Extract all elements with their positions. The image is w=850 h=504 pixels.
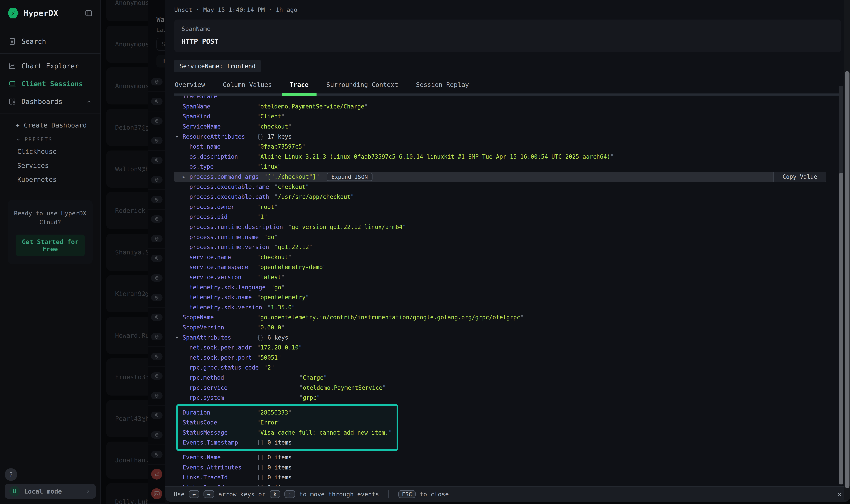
arrow-right-key[interactable]: → (203, 490, 214, 498)
trace-row[interactable]: host.name"0faab73597c5" (174, 142, 826, 152)
sidebar: ⚡ HyperDX Search Chart Explorer Client S… (0, 0, 101, 504)
chevron-up-icon (86, 98, 92, 105)
trace-row[interactable]: telemetry.sdk.name"opentelemetry" (174, 292, 826, 302)
tab-column-values[interactable]: Column Values (223, 81, 272, 93)
caret-down-icon[interactable]: ▼ (176, 335, 183, 340)
esc-key[interactable]: ESC (398, 490, 416, 498)
account-menu[interactable]: U Local mode (5, 484, 96, 499)
trace-row[interactable]: ▶process.command_args"["./checkout"]"Exp… (174, 172, 826, 182)
trace-row[interactable]: StatusCode"Error" (178, 417, 397, 428)
trace-row[interactable]: service.name"checkout" (174, 252, 826, 262)
attribute-value: "1" (257, 214, 267, 220)
trace-row[interactable]: rpc.service"oteldemo.PaymentService" (174, 383, 826, 393)
attribute-value: "2" (264, 364, 274, 371)
tab-surrounding-context[interactable]: Surrounding Context (326, 81, 398, 93)
trace-row[interactable]: rpc.method"Charge" (174, 373, 826, 383)
trace-row[interactable]: process.pid"1" (174, 212, 826, 222)
trace-row[interactable]: SpanName"oteldemo.PaymentService/Charge" (174, 102, 826, 112)
trace-row[interactable]: process.owner"root" (174, 202, 826, 212)
laptop-icon (8, 80, 16, 88)
trace-row[interactable]: Events.Name[]0 items (174, 452, 826, 463)
attribute-value: "go" (271, 284, 285, 291)
trace-row[interactable]: Duration"28656333" (178, 408, 397, 417)
trace-row[interactable]: service.namespace"opentelemetry-demo" (174, 262, 826, 272)
trace-row[interactable]: process.runtime.version"go1.22.12" (174, 242, 826, 252)
get-started-button[interactable]: Get Started for Free (16, 235, 85, 256)
attribute-key: Events.Name (183, 454, 252, 461)
modal-scrollbar-thumb[interactable] (845, 71, 849, 488)
trace-row[interactable]: Events.Attributes[]0 items (174, 462, 826, 472)
trace-row[interactable]: service.version"latest" (174, 272, 826, 282)
attribute-key: SpanKind (183, 113, 252, 120)
attribute-value: "go1.22.12" (274, 244, 312, 250)
tab-overview[interactable]: Overview (175, 81, 205, 93)
sidebar-item-label: Search (21, 37, 46, 46)
trace-row[interactable]: ServiceName"checkout" (174, 122, 826, 132)
attribute-value: "checkout" (257, 123, 292, 130)
k-key[interactable]: k (270, 490, 280, 498)
sidebar-item-search[interactable]: Search (0, 33, 101, 50)
attribute-key: net.sock.peer.addr (189, 344, 252, 351)
trace-row[interactable]: rpc.system"grpc" (174, 393, 826, 403)
trace-row[interactable]: process.executable.path"/usr/src/app/che… (174, 192, 826, 202)
attribute-key: StatusMessage (183, 429, 252, 436)
chart-icon (8, 62, 16, 70)
attribute-value: "28656333" (257, 409, 292, 416)
sidebar-item-dashboards[interactable]: Dashboards (0, 93, 101, 110)
cloud-promo-card: Ready to use HyperDX Cloud? Get Started … (8, 200, 93, 264)
trace-row[interactable]: rpc.grpc.status_code"2" (174, 363, 826, 373)
trace-row[interactable]: Links.SpanId[]0 items (174, 483, 826, 486)
attribute-key: process.command_args (189, 173, 259, 180)
sidebar-item-chart-explorer[interactable]: Chart Explorer (0, 57, 101, 75)
trace-row[interactable]: Links.TraceId[]0 items (174, 472, 826, 483)
attribute-meta: []0 items (257, 474, 292, 481)
sidebar-item-client-sessions[interactable]: Client Sessions (0, 75, 101, 93)
trace-row[interactable]: ▼ResourceAttributes{}17 keys (174, 131, 826, 142)
sidebar-preset-item[interactable]: Clickhouse (0, 145, 101, 159)
plus-icon: + (16, 121, 20, 129)
trace-row[interactable]: SpanKind"Client" (174, 111, 826, 122)
trace-row[interactable]: Events.Timestamp[]0 items (178, 437, 397, 448)
trace-row[interactable]: os.type"linux" (174, 162, 826, 172)
tab-session-replay[interactable]: Session Replay (416, 81, 469, 93)
trace-row[interactable]: os.description"Alpine Linux 3.21.3 (Linu… (174, 152, 826, 162)
trace-scrollbar-thumb[interactable] (839, 173, 843, 484)
trace-row[interactable]: process.runtime.name"go" (174, 232, 826, 242)
copy-value-button[interactable]: Copy Value (773, 172, 826, 182)
attribute-key: process.runtime.description (189, 223, 283, 230)
j-key[interactable]: j (285, 490, 295, 498)
trace-row[interactable]: ▼SpanAttributes{}6 keys (174, 332, 826, 343)
attribute-key: telemetry.sdk.version (189, 304, 262, 311)
attribute-value: "opentelemetry" (257, 294, 309, 301)
create-dashboard-button[interactable]: + Create Dashboard (0, 117, 101, 132)
trace-row[interactable]: net.sock.peer.addr"172.28.0.10" (174, 343, 826, 353)
caret-right-icon[interactable]: ▶ (183, 175, 189, 179)
cloud-promo-line2: Cloud? (12, 218, 88, 227)
trace-row[interactable]: ScopeName"go.opentelemetry.io/contrib/in… (174, 312, 826, 322)
expand-json-button[interactable]: Expand JSON (327, 173, 373, 181)
help-button[interactable]: ? (5, 468, 17, 481)
arrow-left-key[interactable]: ← (189, 490, 199, 498)
span-name-value: HTTP POST (182, 37, 834, 46)
trace-row[interactable]: process.executable.name"checkout" (174, 182, 826, 192)
sidebar-preset-item[interactable]: Kubernetes (0, 173, 101, 186)
close-icon[interactable]: ✕ (837, 490, 842, 499)
sidebar-collapse-icon[interactable] (84, 9, 93, 17)
trace-row[interactable]: telemetry.sdk.language"go" (174, 282, 826, 292)
trace-row[interactable]: process.runtime.description"go version g… (174, 222, 826, 232)
caret-down-icon[interactable]: ▼ (176, 134, 183, 139)
sidebar-preset-item[interactable]: Services (0, 159, 101, 173)
trace-row[interactable]: net.sock.peer.port"50051" (174, 353, 826, 363)
trace-row[interactable]: TraceState (174, 95, 826, 102)
tab-trace[interactable]: Trace (290, 81, 308, 93)
trace-row[interactable]: telemetry.sdk.version"1.35.0" (174, 302, 826, 312)
presets-toggle[interactable]: PRESETS (0, 132, 101, 145)
span-name-label: SpanName (182, 25, 834, 32)
attribute-key: ResourceAttributes (183, 133, 252, 140)
trace-row[interactable]: StatusMessage"Visa cache full: cannot ad… (178, 428, 397, 438)
service-name-tag[interactable]: ServiceName: frontend (174, 60, 261, 72)
trace-row[interactable]: ScopeVersion"0.60.0" (174, 322, 826, 332)
chevron-right-icon (85, 488, 91, 494)
presets-list: ClickhouseServicesKubernetes (0, 145, 101, 186)
attribute-key: process.pid (189, 214, 252, 220)
